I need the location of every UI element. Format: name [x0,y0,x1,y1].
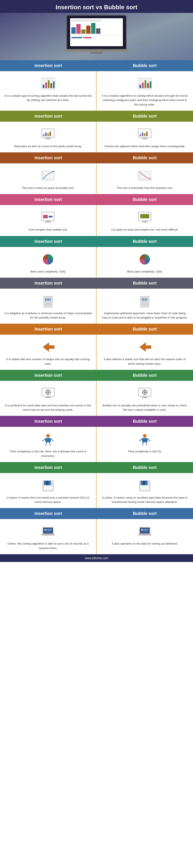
section-right-header-8: Bubble sort [96,370,193,381]
left-icon-11 [39,524,56,539]
section-right-header-10: Bubble sort [96,462,193,473]
right-text-10: In place, it means using no auxiliary ty… [101,496,189,504]
section-header-2: Insertion sort Bubble sort [0,111,193,122]
right-text-7: It also defines a stable sort that will … [101,357,189,366]
svg-rect-81 [45,397,51,398]
svg-rect-112 [143,481,145,485]
svg-rect-16 [150,82,151,88]
section-header-1: Insertion sort Bubble sort [0,60,193,71]
left-cell-11: Online: this sorting algorithm is able t… [0,519,96,554]
footer: www.educba.com [0,554,193,562]
right-text-4: It is quite an easy and simple one, not … [111,227,179,232]
svg-point-85 [144,391,146,393]
svg-point-75 [47,391,49,393]
svg-rect-128 [144,529,148,529]
right-cell-5: Best case complexity: O(N) [96,247,193,278]
svg-rect-129 [144,530,147,530]
content-row-5: Best case complexity: O(N) Best case com… [0,247,193,278]
section-left-header-8: Insertion sort [0,370,96,381]
section-right-header-5: Bubble sort [96,236,193,247]
right-cell-6: Implements optimized approach, have fewe… [96,289,193,324]
section-left-header-9: Insertion sort [0,416,96,427]
svg-rect-12 [140,85,141,88]
section-right-header-4: Bubble sort [96,194,193,205]
svg-rect-115 [141,488,148,489]
svg-rect-29 [144,133,145,136]
svg-rect-58 [48,298,49,301]
right-cell-8: Bubble sort is actually very beneficial … [96,381,193,416]
svg-rect-64 [142,298,143,301]
svg-rect-120 [47,529,52,529]
hero-glasses [137,40,150,47]
right-cell-4: It is quite an easy and simple one, not … [96,205,193,236]
section-right-header-9: Bubble sort [96,416,193,427]
svg-line-4 [150,42,150,43]
content-row-11: Online: this sorting algorithm is able t… [0,519,193,554]
svg-rect-43 [43,215,48,218]
svg-rect-28 [142,132,143,136]
content-row-3: This sort is twice as quick as bubble so… [0,163,193,194]
content-row-6: It is adaptive as it delivers a minimum … [0,289,193,324]
svg-point-98 [143,434,147,438]
section-left-header-4: Insertion sort [0,194,96,205]
svg-rect-20 [45,132,46,136]
left-text-1: It is a simple type of sorting algorithm… [4,94,92,102]
right-icon-6 [136,293,153,309]
svg-rect-121 [47,530,51,530]
left-text-8: It is proficient for small data sets and… [4,403,92,412]
right-icon-10 [136,478,153,493]
svg-rect-22 [49,131,51,136]
left-text-11: Online: this sorting algorithm is able t… [4,541,92,550]
right-icon-2 [136,127,153,142]
left-icon-4 [39,210,56,225]
left-icon-7 [39,340,56,354]
content-row-4: A bit complex than bubble sort. It is qu… [0,205,193,236]
section-header-11: Insertion sort Bubble sort [0,508,193,519]
left-cell-4: A bit complex than bubble sort. [0,205,96,236]
section-header-3: Insertion sort Bubble sort [0,152,193,163]
right-icon-9 [136,432,153,447]
svg-rect-61 [45,304,51,305]
left-text-9: Time complexity is O(n+d). Here, the d d… [4,450,92,458]
left-icon-2 [39,127,56,142]
svg-rect-87 [144,394,145,395]
svg-rect-10 [53,82,55,88]
svg-rect-57 [47,298,48,301]
sections-container: Insertion sort Bubble sort It is a simpl… [0,60,193,554]
svg-rect-14 [145,81,146,88]
right-icon-7 [136,340,153,354]
svg-rect-114 [141,487,148,488]
section-left-header-3: Insertion sort [0,152,96,163]
svg-line-103 [146,442,147,445]
section-right-header-1: Bubble sort [96,60,193,71]
left-cell-8: It is proficient for small data sets and… [0,381,96,416]
svg-rect-88 [142,392,143,393]
svg-line-102 [143,442,143,445]
svg-rect-80 [46,397,50,397]
svg-point-1 [144,41,150,45]
right-cell-2: Checks the adjacent items and then swaps… [96,122,193,152]
section-right-header-2: Bubble sort [96,111,193,122]
section-header-4: Insertion sort Bubble sort [0,194,193,205]
left-cell-7: It is stable with less number of swaps w… [0,335,96,370]
section-left-header-10: Insertion sort [0,462,96,473]
svg-rect-99 [142,438,148,442]
right-icon-4 [136,210,153,225]
svg-rect-9 [50,83,52,88]
svg-line-3 [137,42,138,43]
svg-line-95 [51,439,53,441]
svg-rect-123 [46,534,50,535]
section-left-header-11: Insertion sort [0,508,96,519]
left-cell-6: It is adaptive as it delivers a minimum … [0,289,96,324]
svg-rect-90 [143,397,147,397]
right-text-1: It is a modest algorithm for sorting whi… [101,94,189,107]
svg-rect-59 [50,298,51,301]
left-cell-9: Time complexity is O(n+d). Here, the d d… [0,427,96,462]
left-cell-10: In place, it means this sort needs just … [0,473,96,508]
svg-rect-106 [46,481,48,485]
left-icon-3 [39,168,56,183]
left-icon-1 [39,76,56,91]
left-text-4: A bit complex than bubble sort. [28,227,68,232]
right-text-9: Time complexity is O(n^2). [128,450,162,454]
right-cell-9: Time complexity is O(n^2). [96,427,193,462]
